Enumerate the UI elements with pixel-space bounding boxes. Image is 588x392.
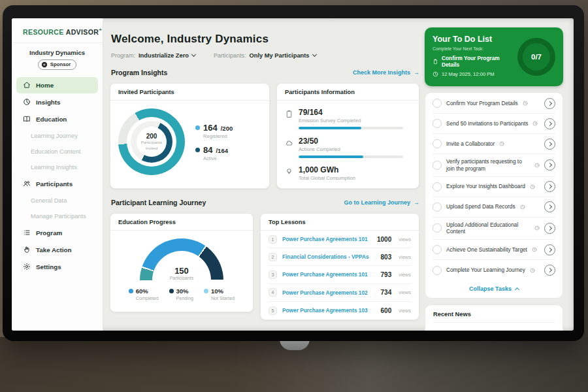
lesson-row: 3 Power Purchase Agreements 101 793views	[269, 266, 411, 284]
sidebar-item-label: Insights	[36, 99, 61, 106]
todo-subtitle: Complete Your Next Task:	[433, 46, 517, 51]
chevron-right-icon[interactable]	[544, 265, 555, 276]
task-row-upload-educational-content[interactable]: Upload Additional Educational Content	[433, 218, 555, 240]
task-row-upload-spend-data[interactable]: Upload Spend Data Records	[433, 197, 555, 218]
collapse-tasks-link[interactable]: Collapse Tasks	[433, 280, 555, 298]
task-checkbox[interactable]	[433, 182, 442, 191]
lesson-link[interactable]: Financial Considerations - VPPAs	[282, 253, 376, 260]
dashboard-screen: RESOURCE ADVISOR+ Industry Dynamics Spon…	[12, 18, 574, 331]
org-name: Industry Dynamics	[12, 49, 103, 56]
education-progress-card: Education Progress 150 Participants 60	[110, 213, 253, 312]
chevron-right-icon[interactable]	[544, 139, 555, 150]
task-checkbox[interactable]	[433, 161, 442, 170]
program-filter-value: Industrialize Zero	[139, 52, 189, 59]
sidebar-item-education[interactable]: Education	[16, 111, 98, 127]
task-row-confirm-program[interactable]: Confirm Your Program Details	[433, 93, 555, 114]
lesson-rank: 2	[269, 253, 277, 261]
legend-completed: 60% Completed	[129, 287, 159, 301]
clock-icon	[523, 101, 528, 106]
sponsor-icon	[41, 61, 48, 68]
donut-legend: 164/200 Registered 84/164 Active	[195, 117, 233, 167]
program-filter-label: Program:	[111, 52, 135, 59]
go-to-learning-journey-link[interactable]: Go to Learning Journey	[344, 199, 419, 206]
chevron-right-icon[interactable]	[544, 118, 555, 129]
top-lessons-card: Top Lessons 1 Power Purchase Agreements …	[260, 213, 419, 320]
task-row-invite-collaborator[interactable]: Invite a Collaborator	[433, 134, 555, 154]
education-gauge-chart: 150 Participants	[140, 238, 223, 280]
legend-pending: 30% Pending	[169, 287, 193, 301]
lesson-row: 2 Financial Considerations - VPPAs 803vi…	[269, 248, 411, 266]
lesson-link[interactable]: Power Purchase Agreements 102	[282, 289, 376, 296]
card-title: Education Progress	[110, 214, 253, 231]
sidebar-item-learning-journey[interactable]: Learning Journey	[12, 128, 103, 144]
sidebar-item-participants[interactable]: Participants	[16, 176, 98, 192]
task-checkbox[interactable]	[433, 203, 442, 212]
invited-donut-chart: 200 Participants Invited	[118, 108, 185, 175]
lesson-link[interactable]: Power Purchase Agreements 101	[282, 236, 372, 242]
lesson-link[interactable]: Power Purchase Agreements 103	[282, 307, 376, 314]
chevron-right-icon[interactable]	[544, 159, 555, 171]
stat-consumption: 1,000 GWh Total Global Consumption	[285, 165, 411, 181]
education-icon	[23, 115, 31, 123]
participants-filter-label: Participants:	[214, 52, 246, 59]
program-icon	[23, 229, 31, 237]
recent-news-title: Recent News	[433, 311, 555, 323]
chevron-right-icon[interactable]	[544, 98, 555, 109]
sidebar-item-home[interactable]: Home	[16, 77, 98, 93]
todo-counter: 0/7	[531, 53, 542, 61]
chevron-right-icon[interactable]	[544, 181, 555, 192]
participants-information-card: Participants Information 79/164 Emission…	[276, 83, 419, 189]
task-checkbox[interactable]	[433, 245, 442, 254]
task-row-explore-insights[interactable]: Explore Your Insights Dashboard	[433, 177, 555, 197]
photo-background: RESOURCE ADVISOR+ Industry Dynamics Spon…	[0, 0, 588, 392]
sidebar-item-education-content[interactable]: Education Content	[12, 144, 103, 159]
logo-primary: RESOURCE	[23, 28, 64, 36]
task-checkbox[interactable]	[433, 99, 442, 108]
monitor-bezel: RESOURCE ADVISOR+ Industry Dynamics Spon…	[3, 5, 584, 341]
sidebar-item-program[interactable]: Program	[16, 225, 98, 241]
sidebar-item-take-action[interactable]: Take Action	[16, 242, 98, 258]
invited-participants-card: Invited Participants 200 Participants In…	[110, 83, 270, 189]
sponsor-label: Sponsor	[50, 61, 71, 67]
check-more-insights-link[interactable]: Check More Insights	[353, 69, 419, 76]
legend-registered: 164/200 Registered	[195, 123, 233, 139]
lesson-rank: 3	[269, 270, 277, 279]
task-row-send-invitations[interactable]: Send 50 Invitations to Participants	[433, 114, 555, 134]
chevron-right-icon[interactable]	[544, 201, 555, 212]
settings-icon	[23, 263, 31, 270]
task-checkbox[interactable]	[433, 223, 442, 233]
todo-panel: Your To Do List Complete Your Next Task:…	[425, 18, 563, 331]
app-logo[interactable]: RESOURCE ADVISOR+	[12, 18, 103, 43]
actions-progress-bar	[299, 155, 403, 158]
sidebar-item-settings[interactable]: Settings	[16, 259, 98, 275]
task-checkbox[interactable]	[433, 119, 442, 128]
task-row-complete-learning-journey[interactable]: Complete Your Learning Journey	[433, 260, 555, 280]
task-row-verify-participants[interactable]: Verify participants requesting to join t…	[433, 154, 555, 177]
sidebar-item-learning-insights[interactable]: Learning Insights	[12, 159, 103, 175]
actions-icon	[285, 139, 293, 147]
chevron-right-icon[interactable]	[544, 223, 555, 234]
donut-center-label: Participants Invited	[139, 140, 165, 150]
consumption-icon	[285, 167, 293, 176]
survey-icon	[285, 110, 293, 118]
program-filter[interactable]: Program: Industrialize Zero	[111, 52, 195, 59]
pending-dot-icon	[169, 289, 174, 293]
sidebar-item-insights[interactable]: Insights	[16, 94, 98, 110]
chevron-down-icon	[191, 52, 196, 57]
task-checkbox[interactable]	[433, 266, 442, 275]
task-checkbox[interactable]	[433, 139, 442, 148]
clock-icon	[499, 141, 504, 146]
clock-icon	[433, 71, 438, 77]
sidebar-item-general-data[interactable]: General Data	[12, 193, 103, 208]
lesson-link[interactable]: Power Purchase Agreements 101	[282, 271, 376, 278]
survey-progress-bar	[299, 127, 403, 129]
sidebar-item-manage-participants[interactable]: Manage Participants	[12, 208, 103, 224]
sidebar-item-label: Program	[36, 229, 62, 237]
task-row-achieve-sustainability-target[interactable]: Achieve One Sustainability Target	[433, 240, 555, 260]
participants-filter[interactable]: Participants: Only My Participants	[214, 52, 316, 59]
todo-progress-ring: 0/7	[517, 38, 555, 76]
chevron-right-icon[interactable]	[544, 244, 555, 255]
gauge-center-label: Participants	[140, 276, 223, 280]
todo-task-list: Confirm Your Program Details Send 50 Inv…	[425, 92, 563, 299]
todo-datetime: 12 May 2025, 12:00 PM	[433, 71, 517, 77]
